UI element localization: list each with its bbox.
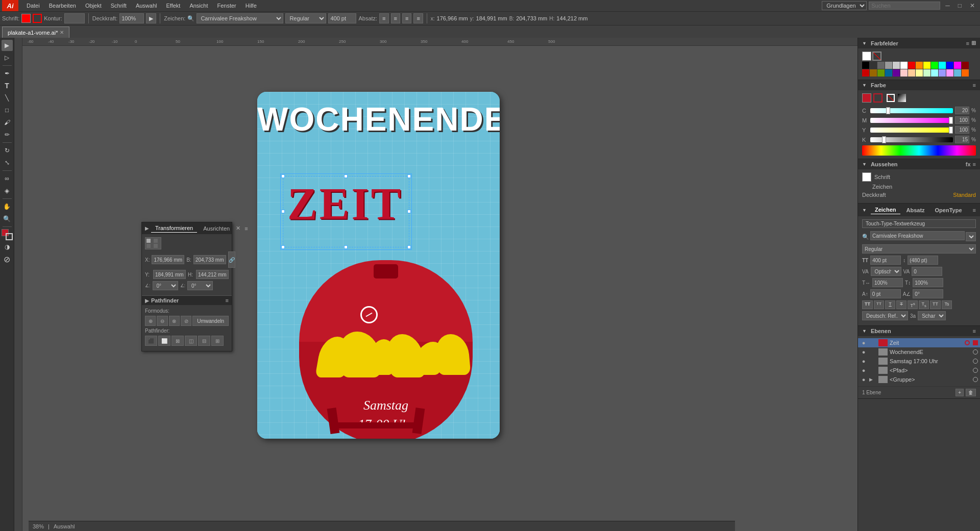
farbe-grad-swatch[interactable] [898, 94, 906, 102]
delete-layer-btn[interactable]: 🗑 [966, 389, 976, 396]
pen-tool[interactable]: ✒ [2, 68, 13, 79]
select-tool[interactable]: ▶ [2, 40, 13, 51]
font-style-select[interactable]: Regular [285, 13, 326, 23]
swatch8[interactable] [908, 69, 915, 77]
pathfinder-collapse[interactable]: ▶ [145, 298, 149, 304]
opacity-input[interactable] [119, 13, 144, 23]
swatch-gray[interactable] [877, 62, 885, 69]
handle-tr[interactable] [407, 174, 411, 178]
panel-collapse-btn[interactable]: ▶ [145, 225, 149, 231]
align-justify-btn[interactable]: ≡ [413, 13, 423, 23]
swatch-white[interactable] [862, 52, 871, 61]
m-slider[interactable] [870, 118, 953, 123]
ebenen-menu[interactable]: ≡ [973, 328, 976, 334]
search-input[interactable] [869, 2, 940, 10]
aussehen-header[interactable]: ▼ Aussehen fx ≡ [858, 159, 980, 169]
angle2-select[interactable]: 0° [187, 281, 213, 290]
font-variant-select[interactable]: ▼ [966, 232, 976, 241]
btn-small-caps[interactable]: Ts [942, 300, 952, 309]
panel-close-btn[interactable]: ✕ [236, 225, 240, 232]
btn-underline[interactable]: T [885, 300, 895, 309]
angle1-select[interactable]: 0° [153, 281, 178, 290]
language-select[interactable]: Deutsch: Ref... [862, 311, 908, 320]
menu-schrift[interactable]: Schrift [107, 2, 131, 10]
swatch-orange[interactable] [916, 62, 923, 69]
swatch2[interactable] [862, 69, 869, 77]
align-center-btn[interactable]: ≡ [391, 13, 400, 23]
btn-caps[interactable]: TT [930, 300, 941, 309]
swatch-dark-red[interactable] [962, 62, 969, 69]
farbfelder-icon2[interactable]: ⊞ [971, 40, 976, 46]
opentype-tab[interactable]: OpenType [931, 206, 966, 214]
restore-button[interactable]: □ [955, 2, 965, 9]
aussehen-menu[interactable]: ≡ [973, 161, 976, 167]
scale-v-input[interactable] [913, 278, 943, 287]
close-button[interactable]: ✕ [967, 2, 978, 9]
layer-wochenende[interactable]: ● WochenendE [858, 347, 980, 357]
umwandeln-btn[interactable]: Umwandeln [192, 316, 229, 326]
pathfinder-btn2[interactable]: ⬜ [158, 336, 170, 346]
swatch-cyan[interactable] [939, 62, 946, 69]
swatch-none[interactable] [872, 52, 881, 61]
farbfelder-header[interactable]: ▼ Farbfelder ≡ ⊞ [858, 38, 980, 48]
swatch6[interactable] [893, 69, 900, 77]
tab-close-btn[interactable]: ✕ [60, 30, 64, 35]
minimize-button[interactable]: ─ [942, 2, 953, 9]
swatch5[interactable] [885, 69, 892, 77]
swatch3[interactable] [870, 69, 877, 77]
swatch12[interactable] [939, 69, 946, 77]
direct-select-tool[interactable]: ▷ [2, 52, 13, 63]
font-size-input[interactable] [328, 13, 356, 23]
ausrichten-tab[interactable]: Ausrichten [199, 224, 234, 233]
swatch4[interactable] [877, 69, 885, 77]
swatch-med-gray[interactable] [885, 62, 892, 69]
font-search-input[interactable] [870, 231, 965, 240]
y-value[interactable] [955, 126, 969, 134]
menu-datei[interactable]: Datei [22, 2, 44, 10]
rotate-tool[interactable]: ↻ [2, 145, 13, 156]
menu-auswahl[interactable]: Auswahl [132, 2, 161, 10]
scale-h-input[interactable] [872, 278, 903, 287]
btn-super[interactable]: Ts [908, 300, 918, 309]
swatch-yellow[interactable] [923, 62, 930, 69]
menu-effekt[interactable]: Effekt [162, 2, 184, 10]
menu-fenster[interactable]: Fenster [213, 2, 240, 10]
menu-hilfe[interactable]: Hilfe [241, 2, 261, 10]
layer-target-wochenende[interactable] [973, 349, 978, 355]
farbfelder-icon1[interactable]: ≡ [966, 40, 969, 46]
new-layer-btn[interactable]: + [955, 389, 964, 396]
align-right-btn[interactable]: ≡ [402, 13, 411, 23]
pathfinder-menu[interactable]: ≡ [226, 297, 229, 304]
swatch-black[interactable] [862, 62, 869, 69]
swatch15[interactable] [962, 69, 969, 77]
touch-type-btn[interactable]: Touch-Type-Textwerkzeug [862, 219, 976, 228]
handle-tl[interactable] [281, 174, 285, 178]
swatch-white2[interactable] [900, 62, 908, 69]
handle-bl[interactable] [281, 245, 285, 249]
k-value[interactable] [955, 136, 969, 143]
swatch-light-gray[interactable] [893, 62, 900, 69]
btn-strikethrough[interactable]: T [896, 300, 906, 309]
baseline-input[interactable] [870, 289, 901, 298]
deckkraft-value[interactable]: Standard [953, 192, 976, 198]
color-spectrum[interactable] [862, 145, 976, 156]
workspace-select[interactable]: Grundlagen [822, 1, 867, 10]
kern-select[interactable]: Optisch [871, 267, 901, 276]
menu-bearbeiten[interactable]: Bearbeiten [45, 2, 80, 10]
stroke-width-input[interactable] [64, 13, 85, 23]
line-tool[interactable]: ╲ [2, 92, 13, 104]
swatch10[interactable] [923, 69, 930, 77]
m-value[interactable] [955, 116, 969, 124]
swatch-magenta[interactable] [954, 62, 961, 69]
layer-target-zeit[interactable] [965, 340, 970, 345]
handle-tm[interactable] [344, 174, 348, 178]
farbe-fill-swatch[interactable] [862, 93, 871, 103]
zeichen-menu[interactable]: ≡ [973, 207, 976, 213]
formodus-btn1[interactable]: ⊕ [145, 316, 156, 326]
h-input[interactable] [196, 270, 229, 279]
tracking-input[interactable] [912, 267, 942, 276]
fill-swatch[interactable] [21, 14, 31, 23]
layer-target-samstag[interactable] [973, 359, 978, 364]
formodus-btn2[interactable]: ⊖ [157, 316, 167, 326]
handle-ml[interactable] [281, 210, 285, 213]
